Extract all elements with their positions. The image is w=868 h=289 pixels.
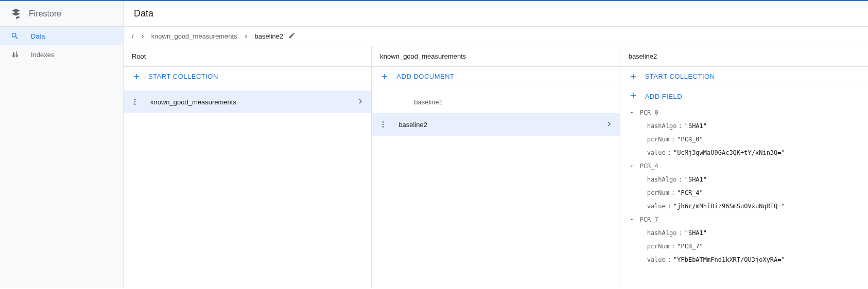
field-kv[interactable]: hashAlgo: "SHA1": [629, 173, 868, 186]
search-icon: [10, 32, 20, 40]
colon: :: [671, 136, 675, 143]
svg-point-3: [134, 99, 136, 100]
colon: :: [668, 256, 671, 263]
field-kv[interactable]: value: "jh6r/mMhiBiz96SmSuOVxuNqRTQ=": [629, 200, 868, 213]
colon: :: [668, 149, 671, 156]
field-key: hashAlgo: [647, 122, 677, 130]
colon: :: [679, 122, 682, 130]
colon: :: [671, 189, 675, 196]
sidebar-header: Firestore: [0, 1, 123, 27]
field-key: hashAlgo: [647, 176, 677, 183]
field-kv[interactable]: value: "UcMj3gwMaU9GAc3QK+tY/xNin3Q=": [629, 146, 868, 159]
field-key: value: [647, 149, 666, 156]
svg-point-7: [383, 124, 384, 125]
column-document: baseline2 START COLLECTION ADD FIELD PCR…: [620, 46, 868, 288]
field-kv[interactable]: value: "YPbEbATMmFnd1kXRT/OU3joXyRA=": [629, 253, 868, 266]
doc-start-collection-button[interactable]: START COLLECTION: [620, 67, 868, 86]
caret-down-icon: [629, 110, 635, 116]
plus-icon: [629, 91, 638, 102]
field-value: "PCR_0": [677, 136, 703, 143]
field-kv[interactable]: hashAlgo: "SHA1": [629, 119, 868, 133]
page-title: Data: [124, 1, 868, 27]
field-value: "SHA1": [685, 176, 707, 183]
edit-icon[interactable]: [288, 32, 296, 41]
field-value: "PCR_4": [677, 189, 703, 196]
indexes-icon: [10, 50, 20, 59]
field-key: value: [647, 203, 666, 210]
svg-marker-2: [16, 16, 20, 19]
colon: :: [679, 229, 682, 237]
document-row[interactable]: baseline1: [372, 91, 619, 113]
field-map-name: PCR_0: [640, 109, 658, 116]
sidebar-item-label: Indexes: [31, 51, 55, 59]
field-group: PCR_0hashAlgo: "SHA1"pcrNum: "PCR_0"valu…: [620, 106, 868, 159]
field-group: PCR_7hashAlgo: "SHA1"pcrNum: "PCR_7"valu…: [620, 213, 868, 266]
start-collection-label: START COLLECTION: [148, 73, 218, 80]
document-label: baseline1: [393, 98, 599, 106]
field-key: pcrNum: [647, 136, 669, 143]
field-map-header[interactable]: PCR_7: [629, 213, 868, 226]
field-kv[interactable]: pcrNum: "PCR_7": [629, 240, 868, 253]
field-group: PCR_4hashAlgo: "SHA1"pcrNum: "PCR_4"valu…: [620, 159, 868, 213]
field-value: "UcMj3gwMaU9GAc3QK+tY/xNin3Q=": [673, 149, 785, 156]
breadcrumb-collection[interactable]: known_good_measurements: [151, 32, 237, 40]
column-root-title: Root: [124, 46, 371, 67]
field-key: pcrNum: [647, 243, 669, 250]
column-document-title: baseline2: [620, 46, 868, 67]
field-kv[interactable]: pcrNum: "PCR_4": [629, 186, 868, 200]
field-map-header[interactable]: PCR_4: [629, 159, 868, 173]
add-field-button[interactable]: ADD FIELD: [620, 86, 868, 106]
colon: :: [679, 176, 682, 183]
breadcrumb: / known_good_measurements baseline2: [124, 27, 868, 46]
collection-label: known_good_measurements: [145, 98, 351, 106]
field-value: "jh6r/mMhiBiz96SmSuOVxuNqRTQ=": [673, 203, 785, 210]
plus-icon: [629, 72, 638, 81]
chevron-right-icon: [604, 119, 614, 130]
svg-marker-0: [12, 8, 21, 12]
data-columns: Root START COLLECTION known_good_measure…: [124, 46, 868, 288]
more-icon[interactable]: [378, 120, 388, 129]
sidebar-item-data[interactable]: Data: [0, 27, 123, 45]
field-key: value: [647, 256, 666, 263]
field-map-name: PCR_7: [640, 216, 658, 223]
column-collection: known_good_measurements ADD DOCUMENT bas…: [372, 46, 620, 288]
colon: :: [671, 243, 675, 250]
add-document-label: ADD DOCUMENT: [396, 73, 454, 80]
add-document-button[interactable]: ADD DOCUMENT: [372, 67, 619, 86]
breadcrumb-document[interactable]: baseline2: [255, 32, 284, 40]
sidebar: Firestore DataIndexes: [0, 1, 124, 288]
collection-row[interactable]: known_good_measurements: [124, 91, 371, 113]
field-key: pcrNum: [647, 189, 669, 196]
svg-point-8: [383, 126, 384, 128]
field-value: "SHA1": [685, 122, 707, 130]
doc-start-collection-label: START COLLECTION: [645, 73, 715, 80]
caret-down-icon: [629, 163, 635, 169]
document-row[interactable]: baseline2: [372, 113, 619, 136]
document-label: baseline2: [393, 121, 599, 129]
plus-icon: [380, 72, 389, 81]
plus-icon: [132, 72, 141, 81]
svg-point-5: [134, 103, 136, 105]
main: Data / known_good_measurements baseline2…: [124, 1, 868, 288]
field-kv[interactable]: hashAlgo: "SHA1": [629, 226, 868, 240]
svg-marker-1: [12, 12, 21, 15]
chevron-right-icon: [356, 97, 365, 107]
field-kv[interactable]: pcrNum: "PCR_0": [629, 133, 868, 146]
chevron-right-icon: [242, 33, 250, 40]
field-key: hashAlgo: [647, 229, 677, 237]
column-root: Root START COLLECTION known_good_measure…: [124, 46, 372, 288]
field-value: "PCR_7": [677, 243, 703, 250]
sidebar-item-indexes[interactable]: Indexes: [0, 45, 123, 64]
field-map-name: PCR_4: [640, 162, 658, 170]
caret-down-icon: [629, 216, 635, 223]
chevron-right-icon: [139, 33, 146, 40]
more-icon[interactable]: [130, 98, 140, 106]
sidebar-item-label: Data: [31, 32, 45, 40]
breadcrumb-root-slash[interactable]: /: [132, 32, 134, 40]
column-collection-title: known_good_measurements: [372, 46, 619, 67]
start-collection-button[interactable]: START COLLECTION: [124, 67, 371, 86]
sidebar-title: Firestore: [29, 9, 61, 19]
field-value: "YPbEbATMmFnd1kXRT/OU3joXyRA=": [673, 256, 785, 263]
svg-point-6: [383, 121, 384, 123]
field-map-header[interactable]: PCR_0: [629, 106, 868, 119]
